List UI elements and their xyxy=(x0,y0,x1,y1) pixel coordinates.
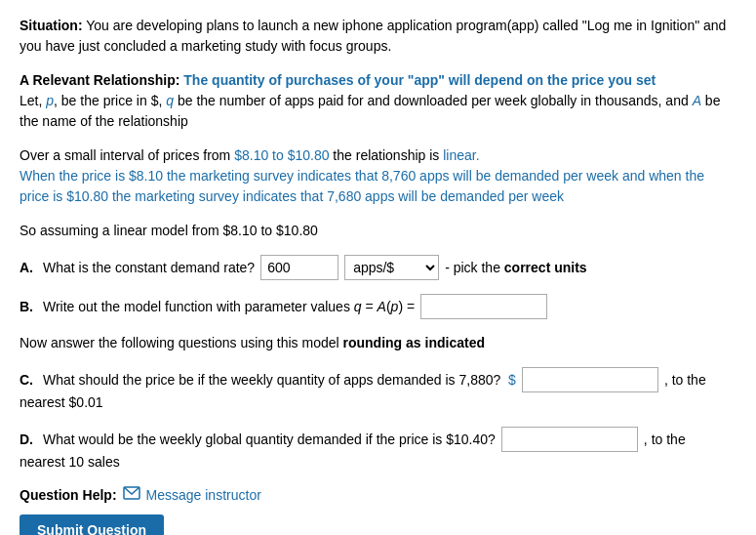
message-instructor-link[interactable]: Message instructor xyxy=(146,487,261,503)
part-b-section: B. Write out the model function with par… xyxy=(20,294,736,319)
mail-icon xyxy=(123,486,140,503)
part-b-text: Write out the model function with parame… xyxy=(43,297,415,317)
part-a-section: A. What is the constant demand rate? app… xyxy=(20,255,736,280)
submit-section: Submit Question xyxy=(20,514,736,535)
situation-section: Situation: You are developing plans to l… xyxy=(20,16,736,57)
part-a-row: A. What is the constant demand rate? app… xyxy=(20,255,736,280)
part-a-label: A. xyxy=(20,258,33,278)
now-answer-text: Now answer the following questions using… xyxy=(20,335,339,350)
now-answer-section: Now answer the following questions using… xyxy=(20,333,736,353)
part-d-row: D. What would be the weekly global quant… xyxy=(20,427,736,452)
part-d-section: D. What would be the weekly global quant… xyxy=(20,427,736,473)
part-d-text: What would be the weekly global quantity… xyxy=(43,430,496,450)
question-help-label: Question Help: xyxy=(20,487,117,503)
linear-section: Over a small interval of prices from $8.… xyxy=(20,145,736,207)
part-c-label: C. xyxy=(20,370,33,391)
relevant-text2: Let, p, be the price in $, q be the numb… xyxy=(20,93,720,129)
part-b-label: B. xyxy=(20,297,33,317)
part-a-suffix: - pick the correct units xyxy=(445,258,587,278)
part-a-text: What is the constant demand rate? xyxy=(43,258,255,278)
relevant-label: A Relevant Relationship: xyxy=(20,72,179,88)
relevant-line1: A Relevant Relationship: The quantity of… xyxy=(20,70,736,91)
part-c-row: C. What should the price be if the weekl… xyxy=(20,367,736,392)
part-b-input[interactable] xyxy=(420,294,547,319)
assumption-text: So assuming a linear model from $8.10 to… xyxy=(20,223,318,238)
linear-line2: When the price is $8.10 the marketing su… xyxy=(20,166,736,207)
part-c-section: C. What should the price be if the weekl… xyxy=(20,367,736,413)
relevant-bold-text: The quantity of purchases of your "app" … xyxy=(179,72,656,88)
part-c-suffix: , to the xyxy=(664,370,706,391)
relevant-section: A Relevant Relationship: The quantity of… xyxy=(20,70,736,132)
linear-line1: Over a small interval of prices from $8.… xyxy=(20,145,736,166)
question-help-section: Question Help: Message instructor xyxy=(20,486,736,503)
relevant-line2: Let, p, be the price in $, q be the numb… xyxy=(20,91,736,132)
part-b-row: B. Write out the model function with par… xyxy=(20,294,736,319)
submit-button[interactable]: Submit Question xyxy=(20,514,164,535)
part-c-input[interactable] xyxy=(522,367,658,392)
part-c-line2: nearest $0.01 xyxy=(20,392,736,413)
situation-label: Situation: xyxy=(20,18,83,33)
part-d-input[interactable] xyxy=(501,427,638,452)
part-a-input[interactable] xyxy=(260,255,338,280)
part-d-suffix: , to the xyxy=(644,430,686,450)
assumption-section: So assuming a linear model from $8.10 to… xyxy=(20,221,736,241)
part-a-units-dropdown[interactable]: apps/$ apps $/app apps/week xyxy=(344,255,439,280)
part-d-line2: nearest 10 sales xyxy=(20,452,736,473)
part-d-label: D. xyxy=(20,430,33,450)
situation-text: You are developing plans to launch a new… xyxy=(20,18,726,54)
part-c-text: What should the price be if the weekly q… xyxy=(43,370,516,391)
rounding-text: rounding as indicated xyxy=(339,335,485,350)
